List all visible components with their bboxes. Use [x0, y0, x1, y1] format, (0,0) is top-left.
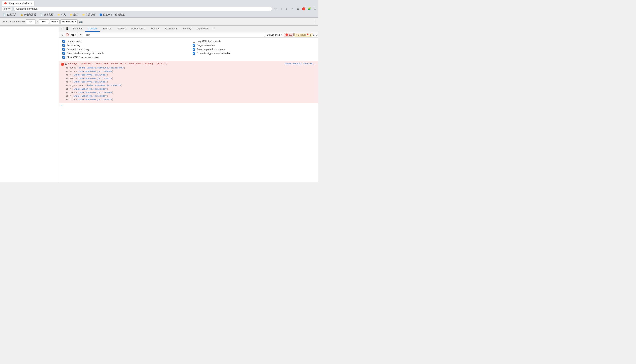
tab-close-button[interactable]: ×: [31, 2, 32, 5]
evaluate-triggers-checkbox[interactable]: [193, 52, 195, 55]
issue-count: 1: [310, 34, 311, 36]
menu-icon[interactable]: ☰: [313, 7, 316, 10]
expand-arrow-icon[interactable]: ▶: [65, 63, 67, 66]
bookmark-label-baidu: 百度一下，你就知道: [103, 13, 125, 16]
settings-row-cors-errors: Show CORS errors in console: [62, 55, 185, 59]
autocomplete-checkbox[interactable]: [193, 48, 195, 51]
settings-icon[interactable]: ⚙: [296, 7, 300, 10]
eye-icon[interactable]: 👁: [78, 33, 82, 37]
settings-left: Hide network Preserve log Selected conte…: [62, 39, 185, 59]
stack-link-8[interactable]: index.a595740e.js:1:16357: [74, 95, 107, 97]
tab-console[interactable]: Console: [85, 26, 100, 32]
stack-line-3: at 37dc (index.a595740e.js:1:355523): [66, 77, 316, 80]
settings-right: Log XMLHttpRequests Eager evaluation Aut…: [193, 39, 315, 59]
filter-input[interactable]: [83, 33, 265, 37]
bookmark-item-security[interactable]: 🔒 安全与渗透: [19, 12, 38, 17]
bookmark-label-personal: 个人: [61, 13, 66, 16]
stack-link-2[interactable]: index.a595740e.js:1:16357: [74, 74, 107, 76]
log-xhr-checkbox[interactable]: [193, 40, 195, 43]
stack-link-0[interactable]: chunk-vendors.f0f8c35c.js:13:36457: [79, 67, 124, 69]
error-main-text: Uncaught TypeError: Cannot read properti…: [68, 62, 284, 65]
tab-elements[interactable]: Elements: [70, 26, 85, 32]
devtools-tabs: ⬚ 📱 Elements Console Sources Network Per…: [59, 26, 318, 32]
bookmark-label-tech: 技术文档: [44, 13, 53, 16]
throttling-dropdown[interactable]: No throttling: [60, 20, 78, 24]
tab-lighthouse[interactable]: Lighthouse: [194, 26, 211, 32]
hide-network-checkbox[interactable]: [62, 40, 65, 43]
bookmark-item-personal[interactable]: 📁 个人: [56, 12, 67, 17]
bookmark-icon-tech: 📄: [40, 14, 43, 16]
dimension-separator: ×: [37, 20, 38, 23]
zoom-dropdown[interactable]: 92%: [50, 20, 60, 24]
stack-link-5[interactable]: index.a595740e.js:1:491111: [87, 84, 121, 87]
stack-link-7[interactable]: index.a595740e.js:1:245068: [77, 91, 112, 94]
tab-performance[interactable]: Performance: [128, 26, 148, 32]
context-dropdown[interactable]: top: [70, 33, 77, 37]
bookmark-item-tech[interactable]: 📄 技术文档: [39, 12, 55, 17]
bookmark-item-library[interactable]: 📁 伊库伊库: [81, 12, 97, 17]
error-count: 123: [289, 34, 292, 36]
error-dot: 🔴: [285, 34, 288, 36]
back-icon[interactable]: ‹: [280, 7, 283, 10]
bookmark-label-misc: 杂项: [73, 13, 78, 16]
console-input[interactable]: [64, 104, 316, 107]
error-source-link[interactable]: chunk-vendors.f0f8c35...: [285, 62, 316, 65]
settings-row-hide-network: Hide network: [62, 39, 185, 43]
url-bar[interactable]: n/pages/index/index: [14, 6, 272, 11]
settings-row-log-xhr: Log XMLHttpRequests: [193, 39, 315, 43]
main-layout: ⬚ 📱 Elements Console Sources Network Per…: [0, 26, 318, 182]
stack-line-8: at r (index.a595740e.js:1:16357): [66, 94, 316, 98]
console-prompt[interactable]: >: [59, 103, 318, 108]
stack-line-6: at r (index.a595740e.js:1:16357): [66, 88, 316, 91]
preserve-log-label: Preserve log: [67, 44, 80, 47]
log-xhr-label: Log XMLHttpRequests: [197, 40, 221, 43]
inspect-element-icon[interactable]: ⬚: [60, 26, 65, 31]
bookmark-icon-misc: 📁: [70, 14, 73, 16]
bookmark-item-misc[interactable]: 📁 杂项: [68, 12, 80, 17]
settings-row-autocomplete: Autocomplete from history: [193, 47, 315, 51]
stack-link-9[interactable]: index.a595740e.js:1:246323: [77, 98, 112, 101]
extension-icon-2[interactable]: 🧩: [308, 7, 311, 10]
settings-toggle-icon[interactable]: 🚫: [65, 33, 69, 37]
tab-memory[interactable]: Memory: [148, 26, 162, 32]
forward-icon[interactable]: ›: [285, 7, 288, 10]
more-options-icon[interactable]: ⋮: [313, 20, 316, 24]
stack-link-1[interactable]: index.a595740e.js:1:389698: [77, 70, 112, 73]
bookmark-icon[interactable]: ☆: [274, 7, 277, 10]
tab-application[interactable]: Application: [162, 26, 180, 32]
selected-context-checkbox[interactable]: [62, 48, 65, 51]
preserve-log-checkbox[interactable]: [62, 44, 65, 47]
group-similar-checkbox[interactable]: [62, 52, 65, 55]
bookmark-icon-personal: 📁: [57, 14, 60, 16]
tab-sources[interactable]: Sources: [100, 26, 114, 32]
horizontal-ruler: [0, 26, 59, 27]
device-toggle-icon[interactable]: 📱: [65, 26, 70, 31]
clear-console-icon[interactable]: ⊘: [60, 33, 64, 37]
cors-errors-checkbox[interactable]: [62, 56, 65, 59]
default-levels-dropdown[interactable]: Default levels: [266, 33, 283, 37]
width-input[interactable]: [26, 20, 36, 24]
tab-favicon: 🔴: [4, 2, 7, 4]
eager-eval-checkbox[interactable]: [193, 44, 195, 47]
group-similar-label: Group similar messages in console: [67, 52, 104, 55]
close-icon[interactable]: ×: [291, 7, 294, 10]
stack-link-4[interactable]: index.a595740e.js:1:16357: [74, 81, 107, 83]
more-tabs-icon[interactable]: »: [211, 28, 216, 30]
stack-line-4: at r (index.a595740e.js:1:16357): [66, 80, 316, 84]
stack-link-3[interactable]: index.a595740e.js:1:355523: [77, 77, 112, 80]
stack-line-0: at e.use (chunk-vendors.f0f8c35c.js:13:3…: [66, 66, 316, 70]
capture-screenshot-icon[interactable]: 📷: [78, 19, 83, 24]
tab-network[interactable]: Network: [114, 26, 128, 32]
hide-network-label: Hide network: [67, 40, 81, 43]
bookmark-item-baidu[interactable]: 🔵 百度一下，你就知道: [98, 12, 126, 17]
dimensions-label: Dimensions: iPhone XR: [2, 20, 25, 23]
extension-icon-1[interactable]: 🔴: [302, 7, 305, 10]
console-toolbar: ⊘ 🚫 top 👁 Default levels 🔴 123 ⚠ 1 Issue…: [59, 32, 318, 38]
tab-security[interactable]: Security: [180, 26, 194, 32]
height-input[interactable]: [39, 20, 49, 24]
stack-link-6[interactable]: index.a595740e.js:1:16357: [74, 88, 107, 90]
browser-tab[interactable]: 🔴 n/pages/index/index ×: [2, 0, 35, 6]
bookmark-item-docs[interactable]: 📄 在线工具: [2, 12, 18, 17]
error-circle-icon: 🔴: [61, 63, 64, 66]
stack-trace: at e.use (chunk-vendors.f0f8c35c.js:13:3…: [61, 66, 316, 102]
